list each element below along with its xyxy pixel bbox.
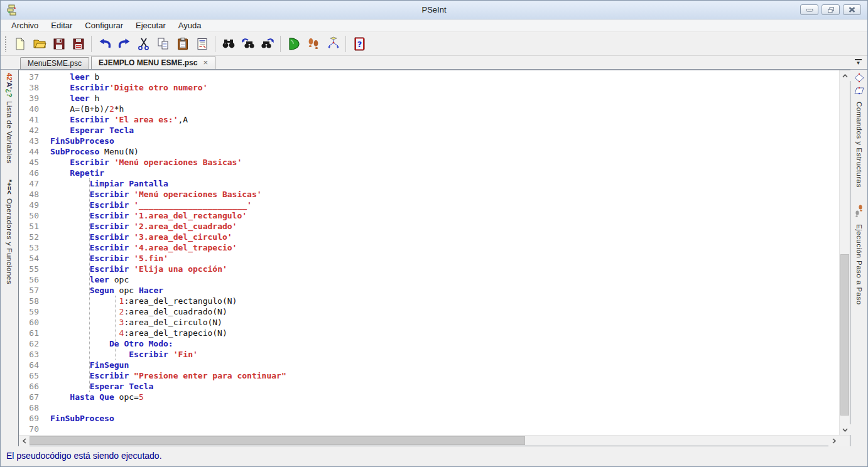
code-line[interactable]: 62 De Otro Modo:: [19, 338, 839, 349]
code-line[interactable]: 57 Segun opc Hacer: [19, 285, 839, 296]
code-line[interactable]: 60 3:area_del_circulo(N): [19, 317, 839, 328]
code-line[interactable]: 41 Escribir 'El area es:',A: [19, 114, 839, 125]
line-number: 47: [19, 178, 39, 189]
code-line[interactable]: 69FinSubProceso: [19, 413, 839, 424]
code-text: Escribir '3.area_del_circulo': [50, 232, 232, 242]
find-button[interactable]: [219, 34, 238, 53]
line-number: 62: [19, 338, 39, 349]
code-line[interactable]: 70: [19, 424, 839, 434]
copy-button[interactable]: [153, 34, 173, 53]
operators-panel-tab[interactable]: *+=< Operadores y Funciones: [6, 180, 13, 284]
code-line[interactable]: 68: [19, 402, 839, 413]
code-line[interactable]: 44SubProceso Menu(N): [19, 146, 839, 157]
find-previous-button[interactable]: [238, 34, 258, 53]
code-line[interactable]: 53 Escribir '4.area_del_trapecio': [19, 242, 839, 253]
code-text: A=(B+b)/2*h: [50, 104, 124, 114]
open-file-button[interactable]: [30, 34, 49, 53]
tab-close-icon[interactable]: ×: [203, 60, 208, 66]
code-line[interactable]: 48 Escribir 'Menú operaciones Basicas': [19, 189, 839, 200]
run-button[interactable]: [284, 34, 303, 53]
footsteps-icon: [306, 36, 321, 51]
code-text: Escribir '4.area_del_trapecio': [50, 243, 237, 252]
code-line[interactable]: 63 Escribir 'Fin': [19, 349, 839, 360]
tab-menuesme[interactable]: MenuESME.psc: [20, 57, 89, 69]
menu-configurar[interactable]: Configurar: [79, 19, 129, 31]
code-line[interactable]: 61 4:area_del_trapecio(N): [19, 328, 839, 338]
draw-flowchart-button[interactable]: [323, 34, 342, 53]
find-next-button[interactable]: [258, 34, 277, 53]
code-line[interactable]: 43FinSubProceso: [19, 136, 839, 146]
line-number: 45: [19, 157, 39, 168]
code-line[interactable]: 49 Escribir '______________________': [19, 200, 839, 210]
horizontal-scroll-thumb[interactable]: [30, 436, 525, 445]
minimize-button[interactable]: [800, 4, 818, 15]
chevron-down-icon: [842, 428, 848, 432]
redo-button[interactable]: [114, 34, 134, 53]
code-editor[interactable]: 37 leer b38 Escribir'Digite otro numero'…: [19, 70, 839, 435]
code-line[interactable]: 64 FinSegun: [19, 360, 839, 370]
code-line[interactable]: 46 Repetir: [19, 168, 839, 178]
undo-button[interactable]: [95, 34, 114, 53]
cut-button[interactable]: [134, 34, 153, 53]
menu-editar[interactable]: Editar: [45, 19, 79, 31]
code-text: leer h: [50, 94, 99, 103]
restore-button[interactable]: [822, 4, 840, 15]
save-file-button[interactable]: [49, 34, 68, 53]
code-line[interactable]: 66 Esperar Tecla: [19, 381, 839, 392]
save-all-button[interactable]: [68, 34, 88, 53]
toolbar-grip[interactable]: [4, 36, 7, 52]
commands-panel-tab[interactable]: Comandos y Estructuras: [854, 73, 865, 188]
line-number: 61: [19, 328, 39, 338]
code-line[interactable]: 56 leer opc: [19, 274, 839, 285]
line-number: 67: [19, 392, 39, 402]
vertical-scrollbar[interactable]: [839, 70, 850, 435]
scroll-left-button[interactable]: [19, 436, 30, 446]
code-line[interactable]: 42 Esperar Tecla: [19, 125, 839, 136]
code-line[interactable]: 67 Hasta Que opc=5: [19, 392, 839, 402]
vertical-scroll-track[interactable]: [840, 81, 850, 424]
menu-ejecutar[interactable]: Ejecutar: [129, 19, 172, 31]
code-text: Escribir '______________________': [50, 200, 252, 210]
close-button[interactable]: [843, 4, 861, 15]
menu-archivo[interactable]: Archivo: [5, 19, 45, 31]
line-number: 53: [19, 242, 39, 253]
code-line[interactable]: 58 1:area_del_rectangulo(N): [19, 296, 839, 306]
footsteps-icon: [854, 204, 865, 220]
code-line[interactable]: 65 Escribir "Presione enter para continu…: [19, 370, 839, 381]
code-line[interactable]: 45 Escribir 'Menú operaciones Basicas': [19, 157, 839, 168]
step-execution-panel-tab[interactable]: Ejecución Paso a Paso: [854, 204, 865, 305]
code-line[interactable]: 37 leer b: [19, 72, 839, 82]
variables-panel-tab[interactable]: 42'A'¿? Lista de Variables: [6, 73, 13, 163]
code-text: Hasta Que opc=5: [50, 392, 144, 402]
line-number: 52: [19, 232, 39, 242]
format-code-button[interactable]: [192, 34, 212, 53]
vertical-scroll-thumb[interactable]: [840, 254, 849, 416]
code-line[interactable]: 47 Limpiar Pantalla: [19, 178, 839, 189]
line-number: 49: [19, 200, 39, 210]
code-line[interactable]: 55 Escribir 'Elija una opcción': [19, 264, 839, 274]
code-line[interactable]: 51 Escribir '2.area_del_cuadrado': [19, 221, 839, 232]
code-line[interactable]: 39 leer h: [19, 93, 839, 104]
scroll-down-button[interactable]: [840, 424, 850, 435]
code-line[interactable]: 59 2:area_del_cuadrado(N): [19, 306, 839, 317]
paste-button[interactable]: [173, 34, 192, 53]
run-step-by-step-button[interactable]: [303, 34, 323, 53]
code-line[interactable]: 50 Escribir '1.area_del_rectangulo': [19, 210, 839, 221]
code-lines: 37 leer b38 Escribir'Digite otro numero'…: [19, 72, 839, 434]
tab-list-dropdown-icon[interactable]: ▼: [855, 59, 862, 65]
new-file-button[interactable]: [10, 34, 30, 53]
horizontal-scroll-track[interactable]: [30, 436, 828, 446]
help-button[interactable]: ?: [349, 34, 369, 53]
menu-ayuda[interactable]: Ayuda: [172, 19, 208, 31]
new-file-icon: [13, 37, 27, 51]
code-line[interactable]: 54 Escribir '5.fin': [19, 253, 839, 264]
code-line[interactable]: 40 A=(B+b)/2*h: [19, 104, 839, 114]
scroll-right-button[interactable]: [828, 436, 839, 446]
horizontal-scrollbar[interactable]: [19, 435, 850, 446]
code-line[interactable]: 38 Escribir'Digite otro numero': [19, 82, 839, 93]
tab-ejemplo-menu-esme[interactable]: EJEMPLO MENU ESME.psc ×: [91, 56, 215, 69]
left-panel-strip: 42'A'¿? Lista de Variables *+=< Operador…: [1, 70, 18, 446]
line-number: 56: [19, 274, 39, 285]
code-line[interactable]: 52 Escribir '3.area_del_circulo': [19, 232, 839, 242]
scroll-up-button[interactable]: [840, 70, 850, 81]
